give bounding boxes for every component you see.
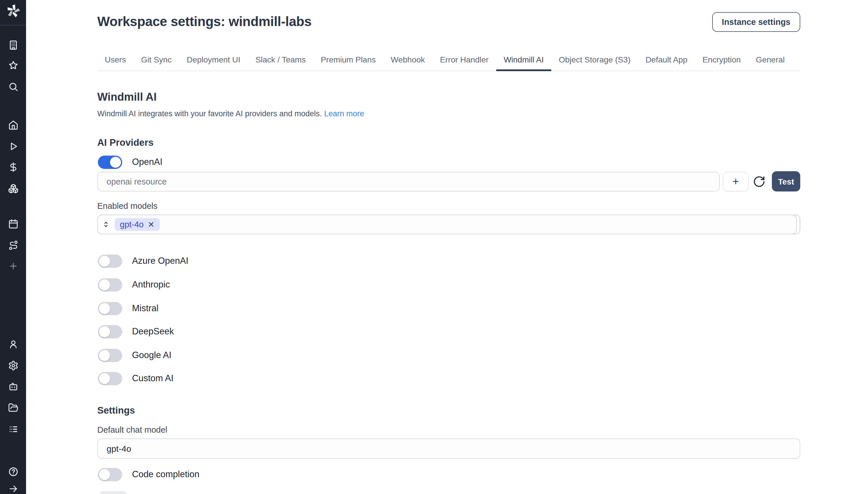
tab-users[interactable]: Users: [97, 50, 133, 71]
tab-git-sync[interactable]: Git Sync: [133, 50, 179, 71]
azure-openai-toggle[interactable]: [98, 254, 122, 268]
default-chat-model-input[interactable]: [97, 438, 800, 459]
tab-general[interactable]: General: [748, 50, 792, 71]
search-icon[interactable]: [8, 81, 18, 92]
tab-object-storage[interactable]: Object Storage (S3): [551, 50, 638, 71]
help-icon[interactable]: [7, 466, 19, 477]
openai-resource-input[interactable]: [97, 172, 720, 191]
enabled-models-label: Enabled models: [97, 201, 158, 211]
mistral-toggle[interactable]: [98, 302, 122, 315]
provider-name: Azure OpenAI: [132, 256, 188, 266]
description-text: Windmill AI integrates with your favorit…: [97, 109, 322, 118]
tab-error-handler[interactable]: Error Handler: [433, 50, 496, 71]
google-ai-toggle[interactable]: [98, 348, 122, 362]
remove-model-icon[interactable]: ✕: [148, 221, 154, 228]
workspace-building-icon[interactable]: [8, 40, 18, 50]
toggle-knob: [110, 156, 121, 168]
home-icon[interactable]: [8, 120, 18, 130]
settings-heading: Settings: [97, 405, 135, 416]
instance-settings-button[interactable]: Instance settings: [712, 12, 800, 32]
tab-windmill-ai[interactable]: Windmill AI: [496, 50, 551, 71]
tab-default-app[interactable]: Default App: [638, 50, 695, 71]
provider-name: DeepSeek: [132, 326, 174, 337]
sort-chevrons-icon[interactable]: [102, 219, 110, 230]
model-tag-label: gpt-4o: [120, 220, 144, 229]
provider-row-custom-ai: Custom AI: [98, 372, 174, 385]
expand-arrow-icon[interactable]: [8, 483, 18, 494]
enabled-models-multiselect[interactable]: gpt-4o ✕: [97, 215, 800, 234]
settings-gear-icon[interactable]: [8, 360, 18, 371]
toggle-knob: [99, 255, 110, 266]
anthropic-toggle[interactable]: [98, 278, 122, 291]
tab-deployment-ui[interactable]: Deployment UI: [179, 50, 248, 71]
toggle-knob: [99, 350, 110, 361]
code-completion-toggle[interactable]: [98, 468, 122, 481]
toggle-knob: [99, 279, 110, 290]
sidebar: [0, 0, 26, 494]
provider-name: Anthropic: [132, 279, 170, 290]
tab-premium-plans[interactable]: Premium Plans: [313, 50, 383, 71]
provider-row-openai: OpenAI: [98, 155, 162, 169]
toggle-knob: [99, 303, 110, 314]
windmill-ai-heading: Windmill AI: [97, 91, 157, 103]
ai-bot-icon[interactable]: [8, 381, 18, 392]
provider-row-mistral: Mistral: [98, 301, 158, 315]
tab-slack-teams[interactable]: Slack / Teams: [248, 50, 313, 71]
provider-name: Mistral: [132, 303, 158, 314]
openai-toggle[interactable]: [98, 155, 122, 169]
windmill-ai-description: Windmill AI integrates with your favorit…: [97, 109, 364, 118]
ai-providers-heading: AI Providers: [97, 137, 153, 148]
tab-encryption[interactable]: Encryption: [695, 50, 748, 71]
default-chat-model-label: Default chat model: [97, 425, 167, 434]
workspace-settings-page: Workspace settings: windmill-labs Instan…: [0, 0, 868, 494]
code-completion-row: Code completion: [98, 468, 199, 481]
tab-webhook[interactable]: Webhook: [383, 50, 433, 71]
provider-name: OpenAI: [132, 157, 162, 167]
user-icon[interactable]: [8, 339, 18, 349]
resources-boxes-icon[interactable]: [8, 183, 18, 194]
toggle-knob: [99, 373, 110, 384]
routes-icon[interactable]: [8, 240, 18, 250]
custom-ai-toggle[interactable]: [98, 372, 122, 385]
provider-row-google-ai: Google AI: [98, 348, 171, 362]
model-tag: gpt-4o ✕: [115, 218, 160, 231]
variables-dollar-icon[interactable]: [8, 162, 18, 172]
refresh-icon[interactable]: [753, 175, 765, 188]
multiselect-inner: gpt-4o ✕: [97, 215, 797, 234]
schedules-calendar-icon[interactable]: [8, 218, 18, 229]
folders-icon[interactable]: [8, 403, 18, 413]
cutoff-toggle-peek: [100, 491, 126, 494]
sidebar-divider: [0, 25, 26, 25]
runs-play-icon[interactable]: [8, 141, 18, 152]
provider-row-anthropic: Anthropic: [98, 278, 170, 291]
settings-tabs: Users Git Sync Deployment UI Slack / Tea…: [97, 50, 800, 71]
list-icon[interactable]: [8, 424, 18, 434]
provider-row-deepseek: DeepSeek: [98, 324, 174, 338]
provider-row-azure-openai: Azure OpenAI: [98, 254, 188, 268]
provider-name: Google AI: [132, 350, 171, 360]
favorites-star-icon[interactable]: [8, 60, 18, 71]
test-button[interactable]: Test: [772, 171, 800, 191]
code-completion-label: Code completion: [132, 469, 199, 479]
add-plus-icon[interactable]: [8, 261, 18, 271]
toggle-knob: [99, 469, 110, 480]
page-title: Workspace settings: windmill-labs: [97, 14, 311, 30]
windmill-logo-icon[interactable]: [6, 4, 20, 18]
deepseek-toggle[interactable]: [98, 325, 122, 338]
toggle-knob: [99, 326, 110, 337]
learn-more-link[interactable]: Learn more: [324, 109, 364, 118]
add-resource-button[interactable]: +: [723, 172, 749, 191]
provider-name: Custom AI: [132, 373, 174, 383]
